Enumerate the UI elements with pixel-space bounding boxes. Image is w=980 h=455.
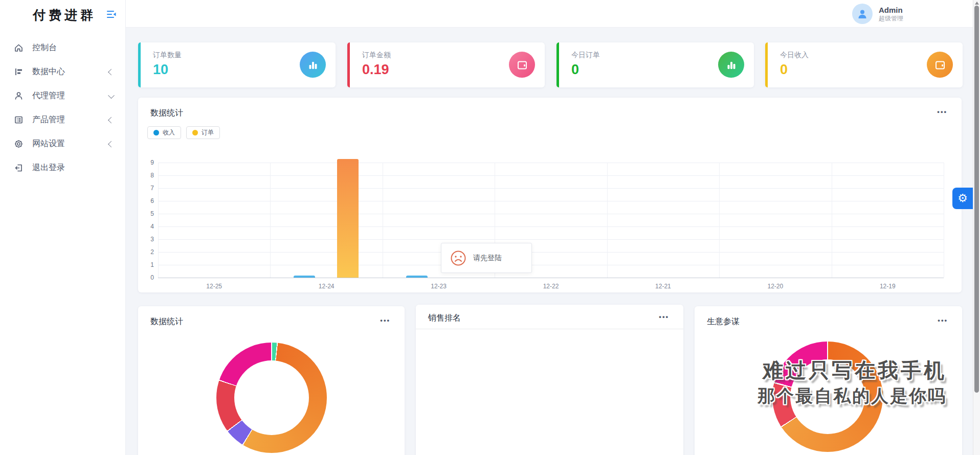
- sidebar-item-logout[interactable]: 退出登录: [0, 156, 126, 180]
- stat-label: 订单金额: [362, 51, 391, 60]
- card-menu-ellipsis-icon[interactable]: •••: [380, 316, 390, 324]
- sidebar-menu: 控制台 数据中心 代理管理: [0, 36, 126, 180]
- page-scrollbar[interactable]: [973, 0, 980, 455]
- x-axis-tick: 12-23: [418, 283, 459, 290]
- business-advisor-card: 生意参谋 ••• 难过只写在我手机 那个最自私的人是你吗: [695, 306, 962, 455]
- sidebar-item-agents[interactable]: 代理管理: [0, 84, 126, 108]
- card-title: 数据统计: [150, 108, 183, 119]
- admin-name: Admin: [879, 6, 903, 15]
- theme-settings-button[interactable]: ⚙: [952, 188, 973, 209]
- sidebar-item-label: 产品管理: [32, 115, 65, 125]
- chevron-left-icon: [108, 141, 115, 147]
- gear-icon: [14, 139, 24, 149]
- product-icon: [14, 115, 24, 125]
- stat-label: 今日收入: [780, 51, 809, 60]
- y-axis-tick: 9: [141, 159, 154, 166]
- sidebar: 付费进群 控制台 数据: [0, 0, 126, 455]
- card-menu-ellipsis-icon[interactable]: •••: [938, 316, 948, 324]
- stat-card-order-count: 订单数量 10: [138, 42, 336, 87]
- gridline: [383, 163, 383, 278]
- x-axis-tick: 12-25: [194, 283, 235, 290]
- logo-row: 付费进群: [0, 0, 126, 28]
- gridline: [832, 163, 832, 278]
- data-statistics-chart-card: 数据统计 ••• 收入 订单 012345678912-2512-2412-23…: [138, 98, 962, 292]
- sidebar-item-label: 网站设置: [32, 139, 65, 149]
- card-title: 销售排名: [428, 313, 461, 324]
- wallet-icon: [927, 52, 953, 78]
- admin-menu[interactable]: Admin 超级管理: [852, 4, 903, 24]
- card-title: 数据统计: [150, 316, 183, 327]
- sidebar-item-label: 控制台: [32, 42, 57, 53]
- stat-label: 订单数量: [153, 51, 182, 60]
- gridline: [158, 188, 944, 189]
- card-title: 生意参谋: [707, 316, 740, 327]
- x-axis-tick: 12-19: [867, 283, 908, 290]
- bar-chart-plot[interactable]: 012345678912-2512-2412-2312-2212-2112-20…: [158, 163, 944, 278]
- stat-card-today-income: 今日收入 0: [765, 42, 963, 87]
- bar-chart-icon: [300, 52, 326, 78]
- gridline: [158, 163, 944, 163]
- stat-label: 今日订单: [571, 51, 600, 60]
- legend-dot-orders: [192, 130, 198, 135]
- chevron-down-icon: [108, 92, 115, 99]
- card-menu-ellipsis-icon[interactable]: •••: [659, 313, 669, 321]
- stat-value: 0: [571, 62, 579, 78]
- gridline: [158, 163, 159, 278]
- admin-role: 超级管理: [879, 15, 903, 22]
- gridline: [158, 214, 944, 214]
- tooltip-text: 请先登陆: [473, 254, 502, 263]
- y-axis-tick: 5: [141, 210, 154, 217]
- sidebar-item-data-center[interactable]: 数据中心: [0, 60, 126, 84]
- stat-card-order-amount: 订单金额 0.19: [347, 42, 545, 87]
- sidebar-item-console[interactable]: 控制台: [0, 36, 126, 60]
- legend-item-income[interactable]: 收入: [147, 126, 181, 139]
- chevron-left-icon: [108, 69, 115, 75]
- y-axis-tick: 2: [141, 248, 154, 256]
- x-axis-tick: 12-24: [306, 283, 347, 290]
- bar-订单-12-24[interactable]: [337, 159, 359, 278]
- donut-hole: [234, 360, 309, 435]
- menu-fold-icon[interactable]: [106, 9, 117, 20]
- bar-收入-12-24[interactable]: [294, 276, 315, 278]
- gridline: [944, 163, 944, 278]
- gridline: [719, 163, 720, 278]
- scrollbar-thumb[interactable]: [974, 6, 979, 393]
- y-axis-tick: 7: [141, 185, 154, 192]
- sales-ranking-card: 销售排名 •••: [416, 305, 683, 455]
- x-axis-tick: 12-22: [530, 283, 571, 290]
- gridline: [158, 239, 944, 240]
- bar-chart-icon: [718, 52, 744, 78]
- subtitle-overlay-line2: 那个最自私的人是你吗: [758, 384, 947, 408]
- user-icon: [14, 91, 24, 101]
- login-required-tooltip: 请先登陆: [441, 243, 532, 273]
- legend-item-orders[interactable]: 订单: [186, 126, 220, 139]
- scroll-up-arrow-icon[interactable]: [975, 2, 979, 5]
- stat-value: 10: [153, 62, 168, 78]
- card-menu-ellipsis-icon[interactable]: •••: [937, 108, 947, 116]
- chart-icon: [14, 67, 24, 77]
- divider: [416, 329, 683, 329]
- gridline: [158, 265, 944, 265]
- avatar: [852, 4, 873, 24]
- y-axis-tick: 1: [141, 261, 154, 268]
- wallet-icon: [509, 52, 535, 78]
- stat-card-today-orders: 今日订单 0: [556, 42, 754, 87]
- sad-face-icon: [450, 250, 466, 266]
- sidebar-item-label: 代理管理: [32, 90, 65, 101]
- sidebar-item-label: 退出登录: [32, 163, 65, 173]
- y-axis-tick: 8: [141, 172, 154, 179]
- sidebar-item-products[interactable]: 产品管理: [0, 108, 126, 132]
- subtitle-overlay-line1: 难过只写在我手机: [763, 356, 947, 384]
- y-axis-tick: 4: [141, 223, 154, 230]
- data-statistics-donut-card: 数据统计 •••: [138, 306, 405, 455]
- legend-label: 收入: [163, 128, 175, 137]
- sidebar-item-site-settings[interactable]: 网站设置: [0, 132, 126, 156]
- gridline: [607, 163, 608, 278]
- gridline: [158, 278, 944, 278]
- x-axis-tick: 12-21: [642, 283, 683, 290]
- app-logo: 付费进群: [33, 7, 96, 24]
- bar-收入-12-23[interactable]: [406, 276, 428, 278]
- stat-value: 0.19: [362, 62, 389, 78]
- data-statistics-donut-chart[interactable]: [216, 343, 327, 453]
- y-axis-tick: 0: [141, 274, 154, 281]
